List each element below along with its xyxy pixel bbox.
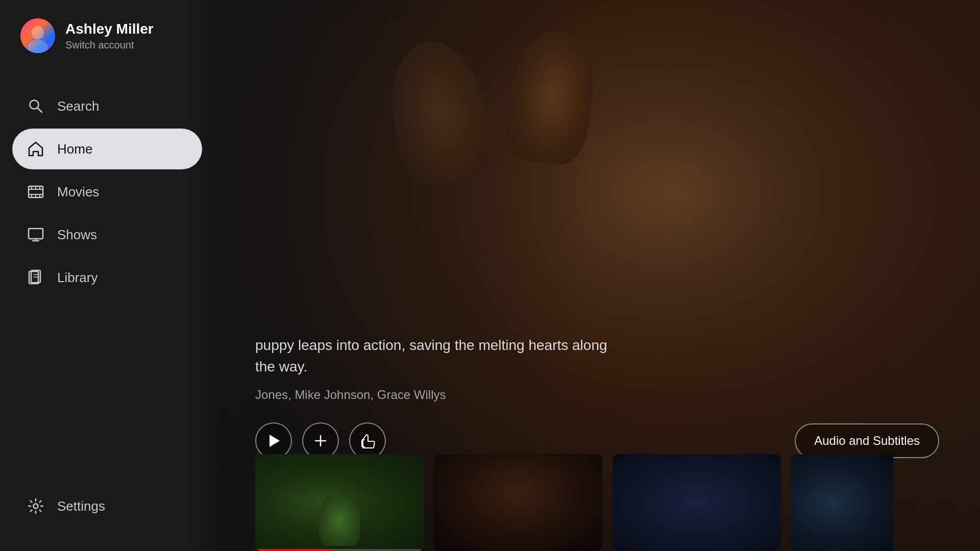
hero-description: puppy leaps into action, saving the melt…	[255, 335, 612, 378]
svg-rect-14	[29, 229, 43, 239]
progress-bar-container-1	[255, 549, 424, 551]
user-profile[interactable]: Ashley Miller Switch account	[12, 0, 202, 73]
svg-rect-17	[29, 271, 38, 284]
shows-icon	[27, 226, 45, 244]
thumbnail-partial[interactable]	[791, 454, 893, 551]
settings-icon	[27, 497, 45, 515]
library-icon	[27, 268, 45, 287]
sidebar-item-settings[interactable]: Settings	[12, 486, 202, 527]
svg-rect-18	[31, 270, 40, 283]
library-label: Library	[57, 270, 97, 286]
movies-icon	[27, 183, 45, 201]
progress-bar-fill-1	[255, 549, 331, 551]
nav-spacer	[12, 300, 202, 484]
thumbnail-3[interactable]	[612, 454, 781, 551]
settings-label: Settings	[57, 498, 105, 514]
avatar	[20, 18, 55, 53]
sidebar-item-home[interactable]: Home	[12, 129, 202, 169]
svg-point-21	[34, 504, 38, 509]
home-icon	[27, 140, 45, 158]
sidebar-item-search[interactable]: Search	[12, 86, 202, 127]
search-label: Search	[57, 98, 99, 114]
movies-label: Movies	[57, 184, 99, 200]
thumbnail-1[interactable]	[255, 454, 424, 551]
svg-line-4	[38, 108, 42, 113]
sidebar-item-library[interactable]: Library	[12, 257, 202, 298]
user-info: Ashley Miller Switch account	[65, 20, 154, 52]
sidebar-item-movies[interactable]: Movies	[12, 171, 202, 212]
svg-point-1	[32, 26, 44, 39]
user-name: Ashley Miller	[65, 20, 154, 38]
hero-cast: Jones, Mike Johnson, Grace Willys	[255, 388, 939, 402]
thumbnail-2[interactable]	[434, 454, 602, 551]
thumbnails-row	[214, 434, 980, 551]
nav-section: Search Home	[12, 86, 202, 551]
sidebar: Ashley Miller Switch account Search Home	[0, 0, 214, 551]
home-label: Home	[57, 141, 92, 157]
shows-label: Shows	[57, 227, 97, 243]
switch-account-label[interactable]: Switch account	[65, 39, 154, 51]
sidebar-item-shows[interactable]: Shows	[12, 214, 202, 255]
search-icon	[27, 97, 45, 115]
